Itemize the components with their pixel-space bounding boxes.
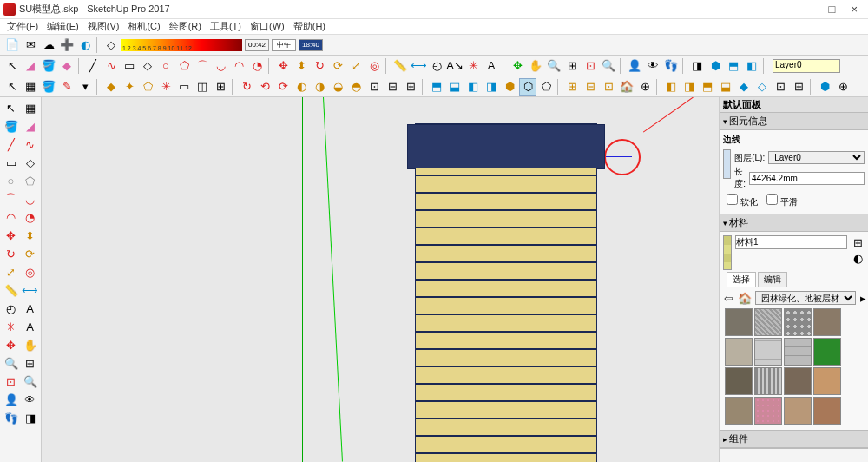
new-icon[interactable]: 📄 xyxy=(3,36,21,54)
scale-icon[interactable]: ⤢ xyxy=(347,57,365,75)
lt-arc1-icon[interactable]: ⌒ xyxy=(3,190,20,208)
lt-rot-icon[interactable]: ◇ xyxy=(22,154,39,171)
front-icon[interactable]: ◧ xyxy=(743,57,760,75)
arc2-icon[interactable]: ◡ xyxy=(212,57,229,75)
shape7-icon[interactable]: ⊞ xyxy=(212,78,229,96)
b7-icon[interactable]: ⬠ xyxy=(537,78,555,96)
material-swatch[interactable] xyxy=(754,397,782,425)
arc3-icon[interactable]: ◠ xyxy=(230,57,247,75)
d1-icon[interactable]: ◧ xyxy=(662,78,680,96)
d6-icon[interactable]: ◇ xyxy=(753,78,771,96)
pan-icon[interactable]: ✋ xyxy=(527,57,544,75)
material-swatch[interactable] xyxy=(754,308,782,336)
paint2-icon[interactable]: 🪣 xyxy=(40,78,57,96)
e1-icon[interactable]: ⬢ xyxy=(816,78,833,96)
pushpull-icon[interactable]: ⬍ xyxy=(293,57,310,75)
lt-orbit-icon[interactable]: ✥ xyxy=(3,336,20,353)
lt-push-icon[interactable]: ⬍ xyxy=(22,227,39,244)
entity-info-header[interactable]: 图元信息 xyxy=(720,113,868,130)
material-swatch[interactable] xyxy=(754,367,782,395)
globe-icon[interactable]: ◐ xyxy=(76,36,94,54)
text-icon[interactable]: A↘ xyxy=(446,57,464,75)
lt-rect-icon[interactable]: ▭ xyxy=(3,154,20,171)
lt-zoom-icon[interactable]: 🔍 xyxy=(3,354,20,372)
lt-3dt-icon[interactable]: A xyxy=(22,318,39,335)
material-swatch[interactable] xyxy=(784,338,812,366)
b4-icon[interactable]: ◨ xyxy=(483,78,500,96)
lt-poly-icon[interactable]: ⬠ xyxy=(22,172,39,189)
lt-prev-icon[interactable]: 🔍 xyxy=(22,373,39,390)
b2-icon[interactable]: ⬓ xyxy=(446,78,464,96)
zoomwin-icon[interactable]: ⊞ xyxy=(563,57,581,75)
mat-menu-icon[interactable]: ▸ xyxy=(859,291,867,305)
maximize-button[interactable]: □ xyxy=(829,3,836,16)
lt-line-icon[interactable]: ╱ xyxy=(3,135,20,153)
freehand-icon[interactable]: ∿ xyxy=(102,57,120,75)
layer-select[interactable]: Layer0 xyxy=(768,151,865,164)
tape-icon[interactable]: 📏 xyxy=(391,57,409,75)
c1-icon[interactable]: ⊞ xyxy=(563,78,581,96)
lt-zw-icon[interactable]: ⊞ xyxy=(22,354,39,372)
pencil-icon[interactable]: ✎ xyxy=(58,78,76,96)
lt-arc3-icon[interactable]: ◠ xyxy=(3,208,20,226)
shadow-gradient[interactable]: 1 2 3 4 5 6 7 8 9 10 11 12 xyxy=(121,39,242,51)
position-icon[interactable]: 👤 xyxy=(626,57,643,75)
time-sunset[interactable]: 18:40 xyxy=(299,39,323,51)
dropdown-icon[interactable]: ▾ xyxy=(76,78,94,96)
rect-icon[interactable]: ▭ xyxy=(121,57,138,75)
lt-ze-icon[interactable]: ⊡ xyxy=(3,373,20,390)
lt-free-icon[interactable]: ∿ xyxy=(22,135,39,153)
lt-erase-icon[interactable]: ◢ xyxy=(22,117,39,135)
r6-icon[interactable]: ◒ xyxy=(329,78,346,96)
r8-icon[interactable]: ⊡ xyxy=(365,78,383,96)
soft-checkbox[interactable]: 软化 xyxy=(727,194,758,208)
lt-rotate-icon[interactable]: ↻ xyxy=(3,245,20,262)
lt-text-icon[interactable]: A xyxy=(22,300,39,317)
lt-follow-icon[interactable]: ⟳ xyxy=(22,245,39,262)
c3-icon[interactable]: ⊡ xyxy=(600,78,617,96)
lt-dim-icon[interactable]: ⟷ xyxy=(22,281,39,299)
layer-dropdown[interactable]: Layer0 xyxy=(773,59,840,73)
lt-arc2-icon[interactable]: ◡ xyxy=(22,190,39,208)
r2-icon[interactable]: ⟲ xyxy=(256,78,273,96)
menu-edit[interactable]: 编辑(E) xyxy=(43,19,82,34)
viewport[interactable] xyxy=(42,97,719,462)
tab-select[interactable]: 选择 xyxy=(727,272,756,287)
eraser-icon[interactable]: ◇ xyxy=(102,36,120,54)
mat-back-icon[interactable]: ⇦ xyxy=(723,291,734,305)
d2-icon[interactable]: ◨ xyxy=(681,78,698,96)
material-category-select[interactable]: 园林绿化、地被层材 xyxy=(755,291,856,305)
prev-icon[interactable]: 🔍 xyxy=(600,57,617,75)
select-icon[interactable]: ↖ xyxy=(3,57,21,75)
zoom-icon[interactable]: 🔍 xyxy=(545,57,562,75)
lt-pie-icon[interactable]: ◔ xyxy=(22,208,39,226)
material-swatch[interactable] xyxy=(784,397,812,425)
r5-icon[interactable]: ◑ xyxy=(311,78,328,96)
material-swatch[interactable] xyxy=(725,367,753,395)
lt-sec-icon[interactable]: ◨ xyxy=(22,409,39,426)
d7-icon[interactable]: ⊡ xyxy=(772,78,789,96)
smooth-checkbox[interactable]: 平滑 xyxy=(766,194,798,208)
cloud-icon[interactable]: ☁ xyxy=(40,36,57,54)
shape4-icon[interactable]: ✳ xyxy=(157,78,174,96)
length-input[interactable] xyxy=(749,172,865,185)
menu-draw[interactable]: 绘图(R) xyxy=(166,19,205,34)
3dtext-icon[interactable]: A xyxy=(483,57,500,75)
top-icon[interactable]: ⬒ xyxy=(725,57,742,75)
material-swatch[interactable] xyxy=(754,338,782,366)
pie-icon[interactable]: ◔ xyxy=(248,57,266,75)
material-name-input[interactable] xyxy=(735,235,847,249)
shape2-icon[interactable]: ✦ xyxy=(121,78,138,96)
menu-file[interactable]: 文件(F) xyxy=(3,19,42,34)
menu-window[interactable]: 窗口(W) xyxy=(247,19,288,34)
r1-icon[interactable]: ↻ xyxy=(238,78,255,96)
arc1-icon[interactable]: ⌒ xyxy=(194,57,211,75)
followme-icon[interactable]: ⟳ xyxy=(329,57,346,75)
components-header[interactable]: 组件 xyxy=(720,431,868,448)
material-swatch[interactable] xyxy=(813,397,841,425)
time-noon[interactable]: 中午 xyxy=(272,39,296,51)
material-swatch[interactable] xyxy=(813,338,841,366)
tool-a-icon[interactable]: ◆ xyxy=(58,57,76,75)
c2-icon[interactable]: ⊟ xyxy=(582,78,599,96)
mail-icon[interactable]: ✉ xyxy=(22,36,39,54)
